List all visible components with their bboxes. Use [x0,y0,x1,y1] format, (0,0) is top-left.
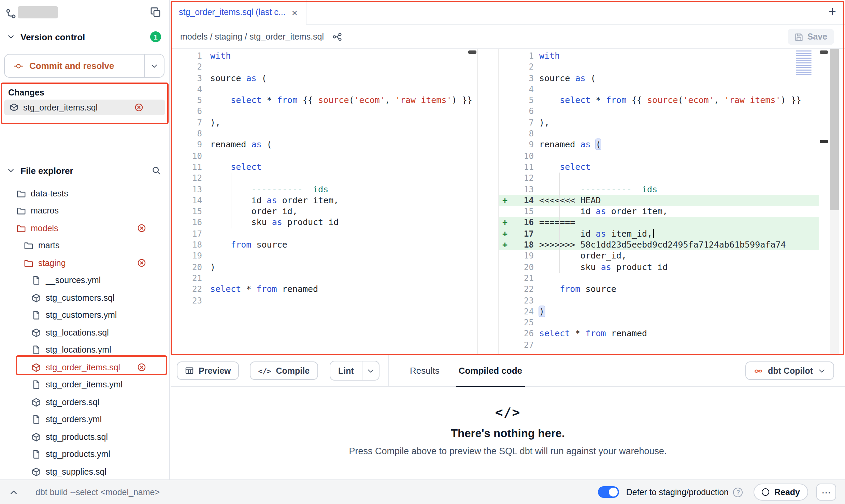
line-number[interactable]: 27 [513,339,534,351]
code-text[interactable]: id as order_item, [534,206,668,216]
line-number[interactable]: 9 [171,139,202,151]
code-text[interactable] [202,84,210,94]
code-text[interactable]: sku as product_id [202,217,339,227]
code-text[interactable] [534,295,539,305]
code-text[interactable]: from source [534,284,616,294]
line-number[interactable]: 5 [171,95,202,106]
line-number[interactable]: 24 [513,306,534,317]
file-tree-item[interactable]: stg_supplies.sql [0,463,169,480]
tab-stg-order-items[interactable]: stg_order_items.sql (last c... × [171,0,306,25]
code-line[interactable]: 8 [499,128,819,139]
line-number[interactable]: 11 [513,162,534,173]
code-text[interactable] [534,128,539,138]
code-text[interactable] [202,128,210,138]
code-text[interactable]: renamed as ( [534,139,601,150]
line-number[interactable]: 23 [513,295,534,306]
code-line[interactable]: 18 from source [171,239,477,251]
code-line[interactable]: 12 [499,173,819,184]
code-line[interactable]: 8 [171,128,477,139]
compile-button[interactable]: </> Compile [250,361,318,380]
code-line[interactable]: 3source as ( [171,73,477,84]
code-text[interactable]: source as ( [202,73,267,83]
tab-compiled-code[interactable]: Compiled code [449,355,532,386]
line-number[interactable]: 10 [171,150,202,162]
code-line[interactable]: 1with [171,50,477,62]
line-number[interactable]: 17 [171,228,202,240]
line-number[interactable]: 23 [171,295,202,306]
line-number[interactable]: 22 [513,284,534,295]
new-tab-button[interactable]: + [829,4,836,19]
code-line[interactable]: 4 [499,84,819,95]
code-text[interactable]: ---------- ids [534,184,657,194]
line-number[interactable]: 18 [513,239,534,251]
commit-and-resolve-button[interactable]: Commit and resolve [4,54,164,78]
copy-icon[interactable] [150,7,161,18]
code-text[interactable] [202,150,210,161]
code-line[interactable]: 24) [499,306,819,317]
scrollbar-thumb[interactable] [468,50,476,54]
code-line[interactable]: 4 [171,84,477,95]
code-text[interactable] [534,62,539,72]
search-icon[interactable] [152,166,161,175]
line-number[interactable]: 26 [513,328,534,340]
line-number[interactable]: 4 [171,84,202,95]
line-number[interactable]: 7 [513,117,534,129]
code-line[interactable]: 14 id as order_item, [171,195,477,206]
code-line[interactable]: 2 [499,62,819,73]
code-text[interactable]: order_id, [534,251,627,261]
preview-button[interactable]: Preview [177,361,239,380]
code-text[interactable]: ) [202,262,215,272]
file-tree-item[interactable]: stg_order_items.sql [0,359,169,376]
code-text[interactable]: order_id, [202,206,298,216]
line-number[interactable]: 9 [513,139,534,151]
line-number[interactable]: 12 [513,173,534,184]
file-tree-item[interactable]: stg_orders.yml [0,411,169,428]
tab-results[interactable]: Results [400,355,449,386]
line-number[interactable]: 4 [513,84,534,95]
code-line[interactable]: 15 id as order_item, [499,206,819,217]
line-number[interactable]: 25 [513,317,534,328]
code-text[interactable]: with [534,50,560,61]
code-text[interactable] [534,150,539,161]
branch-icon[interactable] [5,8,16,19]
code-text[interactable]: ) [534,306,544,316]
code-text[interactable] [202,251,210,261]
code-line[interactable]: 7), [499,117,819,129]
close-icon[interactable]: × [291,7,298,17]
code-line[interactable]: 21 [171,273,477,284]
line-number[interactable]: 15 [513,206,534,217]
code-text[interactable] [202,273,210,283]
line-number[interactable]: 8 [171,128,202,139]
code-line[interactable]: 12 [171,173,477,184]
lineage-icon[interactable] [332,32,342,41]
file-tree-item[interactable]: stg_orders.sql [0,394,169,411]
line-number[interactable]: 12 [171,173,202,184]
code-line[interactable]: 19 [171,251,477,262]
code-line[interactable]: 22 from source [499,284,819,295]
code-text[interactable]: select * from renamed [534,328,647,339]
code-line[interactable]: 20) [171,262,477,273]
code-line[interactable]: 23 [499,295,819,306]
code-line[interactable]: 1with [499,50,819,62]
code-line[interactable]: 6 [499,106,819,117]
file-tree-item[interactable]: stg_products.yml [0,446,169,463]
line-number[interactable]: 14 [171,195,202,206]
command-input[interactable]: dbt build --select <model_name> [35,487,160,497]
code-text[interactable]: ======= [534,217,575,227]
line-number[interactable]: 1 [513,50,534,62]
line-number[interactable]: 18 [171,239,202,251]
code-text[interactable] [534,84,539,94]
line-number[interactable]: 20 [513,262,534,273]
code-text[interactable]: ), [534,117,549,128]
version-control-header[interactable]: Version control 1 [7,30,162,44]
line-number[interactable]: 7 [171,117,202,129]
file-tree-item[interactable]: __sources.yml [0,272,169,289]
file-tree-item[interactable]: marts [0,237,169,254]
code-text[interactable]: select [202,162,262,172]
code-line[interactable]: 3source as ( [499,73,819,84]
code-text[interactable] [534,273,539,283]
line-number[interactable]: 15 [171,206,202,217]
line-number[interactable]: 20 [171,262,202,273]
code-line[interactable]: 11 select [499,162,819,173]
line-number[interactable]: 3 [513,73,534,84]
